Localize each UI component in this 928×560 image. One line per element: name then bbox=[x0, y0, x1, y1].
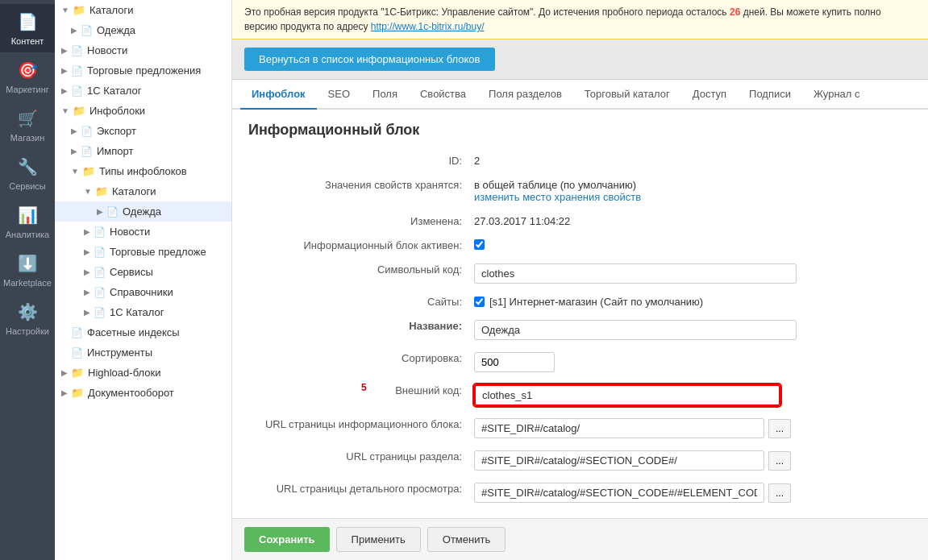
url-page-label: URL страницы информационного блока: bbox=[248, 414, 474, 430]
tree-item-export[interactable]: ▶ 📄 Экспорт bbox=[55, 121, 231, 141]
tree-item-import[interactable]: ▶ 📄 Импорт bbox=[55, 141, 231, 161]
sites-label: Сайты: bbox=[248, 292, 474, 308]
active-label: Информационный блок активен: bbox=[248, 235, 474, 251]
sidebar-item-services[interactable]: 🔧 Сервисы bbox=[0, 149, 55, 197]
page-icon: 📄 bbox=[81, 25, 93, 36]
form-row-url-detail: URL страницы детального просмотра: ... bbox=[248, 479, 912, 503]
form-row-sites: Сайты: [s1] Интернет-магазин (Сайт по ум… bbox=[248, 292, 912, 308]
tree-item-facets[interactable]: 📄 Фасетные индексы bbox=[55, 322, 231, 342]
tree-item-novosti[interactable]: ▶ 📄 Новости bbox=[55, 40, 231, 60]
tree-item-types[interactable]: ▼ 📁 Типы инфоблоков 2 bbox=[55, 161, 231, 181]
active-checkbox[interactable] bbox=[474, 239, 485, 250]
tab-access[interactable]: Доступ bbox=[681, 80, 738, 110]
tree-item-trade-offers-nested[interactable]: ▶ 📄 Торговые предложе bbox=[55, 242, 231, 262]
code-input[interactable] bbox=[474, 263, 797, 284]
tree-item-1c-catalog-nested[interactable]: ▶ 📄 1С Каталог bbox=[55, 302, 231, 322]
arrow-icon: ▶ bbox=[71, 127, 77, 135]
tree-sidebar: ▼ 📁 Каталоги 1 ▶ 📄 Одежда ▶ 📄 Новости ▶ … bbox=[55, 0, 232, 560]
main-content: Это пробная версия продукта "1С-Битрикс:… bbox=[232, 0, 928, 560]
tab-seo[interactable]: SEO bbox=[317, 80, 361, 110]
folder-icon: 📁 bbox=[71, 387, 84, 399]
tab-trade-catalog[interactable]: Торговый каталог bbox=[573, 80, 681, 110]
tab-journal[interactable]: Журнал с bbox=[802, 80, 872, 110]
arrow-icon: ▶ bbox=[84, 227, 90, 236]
folder-icon: 📁 bbox=[95, 185, 108, 197]
sidebar-item-marketing[interactable]: 🎯 Маркетинг bbox=[0, 52, 55, 101]
ext-code-input-wrapper: 5 bbox=[474, 380, 912, 406]
page-icon: 📄 bbox=[94, 267, 106, 278]
url-section-input-wrapper: ... bbox=[474, 446, 912, 471]
url-page-input[interactable] bbox=[474, 418, 764, 438]
arrow-icon: ▶ bbox=[61, 368, 68, 377]
folder-icon: 📁 bbox=[71, 367, 84, 379]
tree-item-trade-offers[interactable]: ▶ 📄 Торговые предложения bbox=[55, 60, 231, 81]
code-input-wrapper bbox=[474, 259, 912, 284]
arrow-icon: ▶ bbox=[61, 46, 68, 55]
tree-item-katalogi-top[interactable]: ▼ 📁 Каталоги 1 bbox=[55, 0, 231, 20]
form-area: Информационный блок ID: 2 Значения свойс… bbox=[232, 110, 928, 518]
arrow-icon: ▼ bbox=[84, 187, 92, 196]
tree-item-1c-catalog-top[interactable]: ▶ 📄 1С Каталог bbox=[55, 81, 231, 101]
active-value bbox=[474, 235, 912, 250]
form-row-id: ID: 2 bbox=[248, 151, 912, 167]
page-icon: 📄 bbox=[71, 347, 83, 359]
sites-checkbox[interactable] bbox=[474, 297, 485, 307]
back-button[interactable]: Вернуться в список информационных блоков bbox=[244, 48, 495, 71]
name-input-wrapper bbox=[474, 316, 912, 340]
back-bar: Вернуться в список информационных блоков bbox=[232, 39, 928, 80]
tab-infoblock[interactable]: Инфоблок bbox=[240, 80, 317, 110]
sort-label: Сортировка: bbox=[248, 348, 474, 364]
trial-text3: версию продукта по адресу bbox=[244, 21, 371, 32]
form-row-active: Информационный блок активен: bbox=[248, 235, 912, 251]
form-row-props: Значения свойств хранятся: в общей табли… bbox=[248, 175, 912, 203]
tree-item-novosti-nested[interactable]: ▶ 📄 Новости bbox=[55, 222, 231, 242]
form-title: Информационный блок bbox=[248, 122, 912, 139]
tree-item-odezhda-top[interactable]: ▶ 📄 Одежда bbox=[55, 20, 231, 40]
settings-icon: ⚙️ bbox=[16, 301, 39, 323]
tree-item-infobloki[interactable]: ▼ 📁 Инфоблоки bbox=[55, 101, 231, 121]
tab-section-fields[interactable]: Поля разделов bbox=[477, 80, 573, 110]
sidebar-item-shop[interactable]: 🛒 Магазин bbox=[0, 101, 55, 149]
arrow-icon: ▶ bbox=[61, 66, 68, 75]
name-input[interactable] bbox=[474, 320, 797, 340]
props-link[interactable]: изменить место хранения свойств bbox=[474, 191, 641, 203]
cancel-button[interactable]: Отменить bbox=[427, 527, 506, 552]
sort-input[interactable] bbox=[474, 352, 555, 372]
page-icon: 📄 bbox=[94, 226, 106, 238]
arrow-icon: ▶ bbox=[61, 86, 68, 95]
icon-sidebar: 📄 Контент 🎯 Маркетинг 🛒 Магазин 🔧 Сервис… bbox=[0, 0, 55, 560]
id-value: 2 bbox=[474, 151, 912, 167]
sidebar-item-content[interactable]: 📄 Контент bbox=[0, 4, 55, 52]
tab-properties[interactable]: Свойства bbox=[409, 80, 477, 110]
analytics-icon: 📊 bbox=[16, 204, 39, 226]
content-icon: 📄 bbox=[16, 10, 39, 33]
tree-item-katalogi-nested[interactable]: ▼ 📁 Каталоги 3 bbox=[55, 181, 231, 201]
url-detail-input[interactable] bbox=[474, 483, 764, 503]
url-section-btn[interactable]: ... bbox=[768, 451, 791, 471]
url-page-btn[interactable]: ... bbox=[768, 419, 791, 438]
sidebar-item-settings[interactable]: ⚙️ Настройки bbox=[0, 294, 55, 342]
services-icon: 🔧 bbox=[16, 156, 39, 178]
modified-value: 27.03.2017 11:04:22 bbox=[474, 211, 912, 227]
arrow-icon: ▶ bbox=[84, 308, 90, 317]
code-label: Символьный код: bbox=[248, 259, 474, 276]
page-icon: 📄 bbox=[71, 45, 83, 56]
tree-item-highload[interactable]: ▶ 📁 Highload-блоки bbox=[55, 363, 231, 383]
tree-item-services-nested[interactable]: ▶ 📄 Сервисы bbox=[55, 262, 231, 282]
tab-fields[interactable]: Поля bbox=[361, 80, 409, 110]
tree-item-spravochniki[interactable]: ▶ 📄 Справочники bbox=[55, 282, 231, 302]
tree-item-odezhda-nested[interactable]: ▶ 📄 Одежда 4 bbox=[55, 201, 231, 222]
url-section-input[interactable] bbox=[474, 450, 764, 471]
sidebar-item-marketplace[interactable]: ⬇️ Marketplace bbox=[0, 246, 55, 294]
tab-subscriptions[interactable]: Подписи bbox=[738, 80, 802, 110]
tree-item-tools[interactable]: 📄 Инструменты bbox=[55, 342, 231, 363]
url-detail-btn[interactable]: ... bbox=[768, 483, 791, 503]
trial-link[interactable]: http://www.1c-bitrix.ru/buy/ bbox=[371, 21, 485, 32]
save-button[interactable]: Сохранить bbox=[244, 527, 330, 552]
folder-icon: 📁 bbox=[73, 105, 85, 117]
sidebar-item-analytics[interactable]: 📊 Аналитика bbox=[0, 197, 55, 246]
ext-code-input[interactable] bbox=[474, 384, 780, 406]
tabs-bar: Инфоблок SEO Поля Свойства Поля разделов… bbox=[232, 80, 928, 110]
tree-item-docflow[interactable]: ▶ 📁 Документооборот bbox=[55, 383, 231, 403]
apply-button[interactable]: Применить bbox=[336, 527, 421, 552]
